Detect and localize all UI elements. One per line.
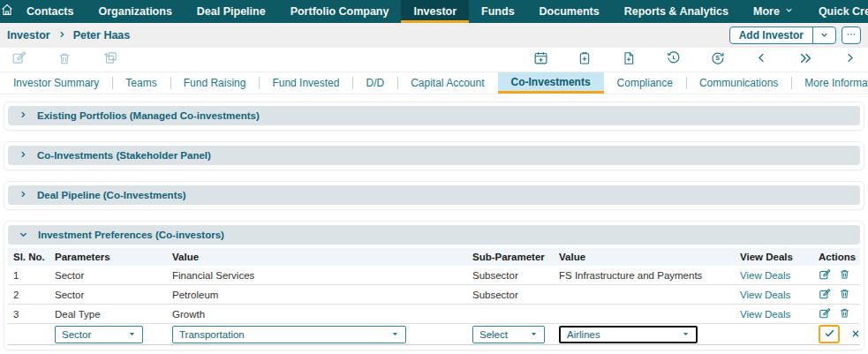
tab-more-information[interactable]: More Information [791, 72, 868, 94]
add-task-button[interactable] [577, 52, 593, 68]
more-actions-button[interactable] [842, 26, 861, 44]
tab-investor-summary[interactable]: Investor Summary [0, 72, 112, 94]
dropdown-arrow-icon [682, 329, 690, 340]
sub-value-select[interactable]: Airlines [559, 326, 698, 343]
delete-row-icon[interactable] [839, 307, 850, 320]
add-document-button[interactable] [621, 52, 637, 68]
dropdown-arrow-icon [128, 329, 136, 340]
chevron-left-icon [755, 51, 768, 68]
next-record-button[interactable] [842, 52, 857, 68]
tab-dd[interactable]: D/D [352, 72, 397, 94]
edit-row-icon[interactable] [819, 307, 831, 321]
chevron-right-icon [843, 51, 857, 68]
file-add-icon [622, 51, 636, 69]
tab-compliance[interactable]: Compliance [604, 72, 686, 94]
sub-parameter-select[interactable]: Select [472, 326, 545, 343]
view-deals-link[interactable]: View Deals [740, 290, 819, 300]
col-header-view-deals: View Deals [740, 252, 819, 262]
chevron-down-icon [819, 27, 829, 43]
view-deals-link[interactable]: View Deals [740, 270, 819, 281]
table-row: 1 Sector Financial Services Subsector FS… [8, 266, 860, 285]
sync-icon: S [710, 50, 725, 69]
delete-record-button[interactable] [57, 52, 72, 68]
breadcrumb-parent[interactable]: Investor [7, 29, 50, 41]
add-event-button[interactable] [532, 52, 548, 68]
nav-item-quick-create[interactable]: Quick Create [806, 0, 868, 23]
add-investor-dropdown-toggle[interactable] [812, 27, 835, 43]
chevron-right-icon [19, 190, 27, 200]
edit-row-icon[interactable] [819, 268, 831, 282]
cell-sl-no: 1 [13, 270, 55, 281]
calendar-add-icon [533, 50, 548, 69]
tab-fund-invested[interactable]: Fund Invested [259, 72, 352, 94]
double-chevron-right-icon [798, 51, 812, 69]
cell-sl-no: 3 [13, 309, 55, 320]
section-header-deal-pipeline[interactable]: Deal Pipeline (Co-Investments) [8, 185, 860, 205]
nav-item-contacts[interactable]: Contacts [14, 0, 86, 23]
home-button[interactable] [0, 0, 14, 23]
copy-plus-icon [103, 50, 118, 69]
cell-sub-parameter: Subsector [472, 270, 559, 281]
preferences-table-header: Sl. No. Parameters Value Sub-Parameter V… [8, 248, 860, 266]
tab-teams[interactable]: Teams [112, 72, 170, 94]
chevron-right-icon [19, 110, 27, 121]
nav-item-organizations[interactable]: Organizations [86, 0, 184, 23]
nav-item-deal-pipeline[interactable]: Deal Pipeline [185, 0, 278, 23]
chevron-right-icon [57, 29, 66, 41]
col-header-parameters: Parameters [55, 252, 172, 262]
cell-sl-no: 2 [13, 290, 55, 300]
table-row: 3 Deal Type Growth View Deals [8, 305, 860, 324]
cancel-edit-button[interactable] [848, 327, 864, 343]
cell-sub-value: FS Infrastructure and Payments [559, 270, 740, 281]
section-title: Existing Portfolios (Managed Co-investme… [37, 110, 260, 121]
skip-forward-button[interactable] [797, 52, 813, 68]
view-deals-link[interactable]: View Deals [740, 309, 819, 320]
copy-record-button[interactable] [102, 52, 118, 68]
cell-value: Petroleum [172, 290, 472, 300]
value-select[interactable]: Transportation [172, 326, 406, 343]
cell-parameter: Deal Type [55, 309, 172, 320]
nav-item-investor[interactable]: Investor [401, 0, 469, 23]
close-icon [850, 328, 861, 341]
col-header-actions: Actions [819, 252, 860, 262]
chevron-right-icon [19, 150, 27, 161]
trash-icon [57, 51, 72, 69]
sync-status-button[interactable]: S [709, 52, 725, 68]
section-header-existing-portfolios[interactable]: Existing Portfolios (Managed Co-investme… [8, 106, 860, 125]
nav-item-reports-analytics[interactable]: Reports & Analytics [612, 0, 741, 23]
section-card-investment-preferences: Investment Preferences (Co-investors) Sl… [4, 221, 864, 350]
record-tabs: Investor Summary Teams Fund Raising Fund… [0, 72, 868, 94]
ellipsis-icon [846, 27, 857, 43]
confirm-edit-button[interactable] [819, 325, 840, 343]
section-header-stakeholder-panel[interactable]: Co-Investments (Stakeholder Panel) [8, 146, 860, 165]
add-investor-split-button: Add Investor [729, 26, 836, 44]
home-icon [0, 3, 14, 20]
top-nav: Contacts Organizations Deal Pipeline Por… [0, 0, 868, 23]
preference-edit-row: Sector Transportation Select [8, 324, 860, 345]
delete-row-icon[interactable] [839, 268, 850, 282]
delete-row-icon[interactable] [839, 288, 850, 301]
edit-row-icon[interactable] [819, 288, 831, 302]
nav-item-funds[interactable]: Funds [469, 0, 527, 23]
col-header-sl-no: Sl. No. [13, 252, 55, 262]
dropdown-arrow-icon [530, 329, 538, 340]
history-button[interactable] [665, 52, 681, 68]
clipboard-add-icon [577, 51, 592, 69]
tab-capital-account[interactable]: Capital Account [397, 72, 497, 94]
edit-record-button[interactable] [11, 52, 26, 68]
add-investor-button[interactable]: Add Investor [730, 27, 812, 43]
tab-communications[interactable]: Communications [686, 72, 791, 94]
tab-fund-raising[interactable]: Fund Raising [170, 72, 260, 94]
investor-page: Contacts Organizations Deal Pipeline Por… [0, 0, 868, 354]
nav-item-more[interactable]: More [741, 0, 806, 23]
cell-sub-parameter: Subsector [472, 290, 559, 300]
tab-co-investments[interactable]: Co-Investments [498, 72, 604, 94]
parameter-select[interactable]: Sector [55, 326, 143, 343]
section-card-deal-pipeline: Deal Pipeline (Co-Investments) [4, 181, 864, 210]
section-header-investment-preferences[interactable]: Investment Preferences (Co-investors) [8, 225, 860, 245]
nav-item-portfolio-company[interactable]: Portfolio Company [278, 0, 402, 23]
section-title: Deal Pipeline (Co-Investments) [37, 190, 186, 200]
nav-item-documents[interactable]: Documents [527, 0, 612, 23]
previous-record-button[interactable] [753, 52, 769, 68]
breadcrumb-bar: Investor Peter Haas Add Investor [0, 23, 868, 48]
